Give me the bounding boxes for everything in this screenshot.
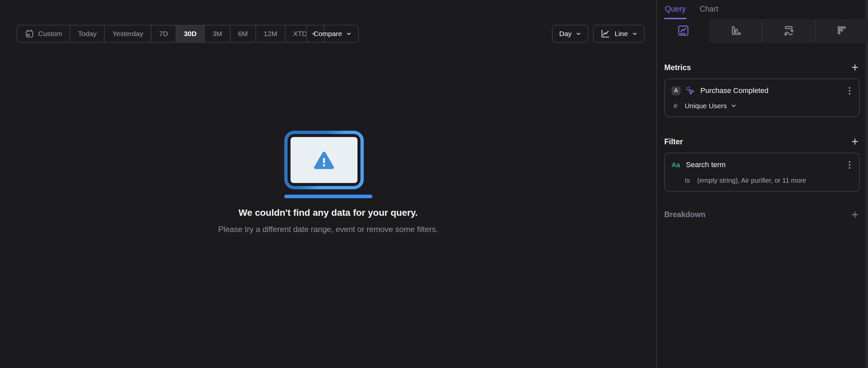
view-tab-insights[interactable] [657, 19, 709, 43]
bar-chart-icon [730, 25, 742, 38]
insights-line-icon [677, 25, 689, 38]
main-chart-area: Custom Today Yesterday 7D 30D 3M 6M 12M … [0, 0, 656, 368]
breakdown-section-header: Breakdown + [664, 210, 860, 220]
add-filter-button[interactable]: + [851, 137, 858, 146]
date-range-yesterday-button[interactable]: Yesterday [104, 26, 151, 42]
date-range-toolbar: Custom Today Yesterday 7D 30D 3M 6M 12M … [17, 25, 325, 43]
laptop-base [284, 195, 372, 198]
metric-aggregation-selector[interactable]: # Unique Users [672, 102, 852, 110]
compare-button[interactable]: Compare [306, 25, 359, 43]
chevron-down-icon [346, 31, 351, 36]
sidebar-scrollbar[interactable] [865, 0, 868, 368]
query-builder-content: Metrics + A Purchase Completed [657, 63, 868, 220]
no-data-illustration [284, 131, 372, 198]
date-range-12m-button[interactable]: 12M [255, 26, 285, 42]
add-breakdown-button[interactable]: + [851, 210, 858, 220]
chevron-down-icon [576, 31, 581, 36]
empty-state: We couldn't find any data for your query… [0, 131, 656, 234]
metrics-heading: Metrics [664, 63, 691, 72]
breakdown-heading: Breakdown [664, 210, 705, 219]
hash-icon: # [674, 102, 678, 110]
chevron-down-icon [731, 103, 737, 108]
granularity-dropdown[interactable]: Day [552, 25, 588, 43]
tab-query[interactable]: Query [664, 0, 686, 19]
filter-heading: Filter [664, 137, 683, 146]
filter-section-header: Filter + [664, 137, 860, 146]
chart-type-dropdown[interactable]: Line [593, 25, 645, 43]
empty-state-title: We couldn't find any data for your query… [239, 207, 418, 218]
string-type-icon: Aa [672, 161, 680, 169]
view-tab-retention[interactable] [815, 19, 868, 43]
filter-operator[interactable]: Is [685, 177, 690, 184]
aggregation-label[interactable]: Unique Users [685, 102, 727, 110]
metrics-section-header: Metrics + [664, 63, 860, 72]
filter-options-kebab-icon[interactable] [847, 160, 852, 170]
filter-card[interactable]: Aa Search term Is (empty string), Air pu… [664, 153, 860, 192]
date-range-custom-button[interactable]: Custom [17, 26, 69, 42]
date-range-today-button[interactable]: Today [69, 26, 104, 42]
chart-controls: Day Line [552, 25, 645, 43]
laptop-screen [290, 137, 358, 183]
retention-grid-icon [836, 25, 848, 38]
chevron-down-icon [632, 31, 638, 36]
laptop-frame [284, 131, 364, 189]
metric-name[interactable]: Purchase Completed [700, 87, 768, 95]
filter-condition[interactable]: Is (empty string), Air purifier, or 11 m… [672, 177, 852, 184]
metric-options-kebab-icon[interactable] [847, 86, 852, 96]
warning-triangle-icon [314, 151, 334, 169]
query-builder-sidebar: Query Chart [656, 0, 868, 368]
empty-state-subtitle: Please try a different date range, event… [218, 225, 438, 234]
filter-values[interactable]: (empty string), Air purifier, or 11 more [698, 177, 806, 184]
event-click-icon [685, 86, 695, 96]
view-tab-flows[interactable] [762, 19, 815, 43]
filter-property-name[interactable]: Search term [686, 161, 726, 169]
date-range-label: Custom [38, 30, 62, 38]
metric-letter-badge: A [672, 87, 681, 95]
view-type-tabs [657, 19, 868, 43]
line-chart-icon [600, 29, 610, 39]
calendar-icon [25, 29, 34, 38]
date-range-3m-button[interactable]: 3M [204, 26, 229, 42]
date-range-6m-button[interactable]: 6M [230, 26, 255, 42]
add-metric-button[interactable]: + [851, 63, 858, 72]
metric-card[interactable]: A Purchase Completed # Unique Users [664, 78, 860, 117]
tab-chart[interactable]: Chart [699, 0, 719, 19]
flows-icon [782, 25, 795, 38]
view-tab-bar-chart[interactable] [709, 19, 762, 43]
sidebar-tabs: Query Chart [657, 0, 868, 19]
date-range-7d-button[interactable]: 7D [151, 26, 176, 42]
date-range-30d-button[interactable]: 30D [176, 26, 205, 42]
